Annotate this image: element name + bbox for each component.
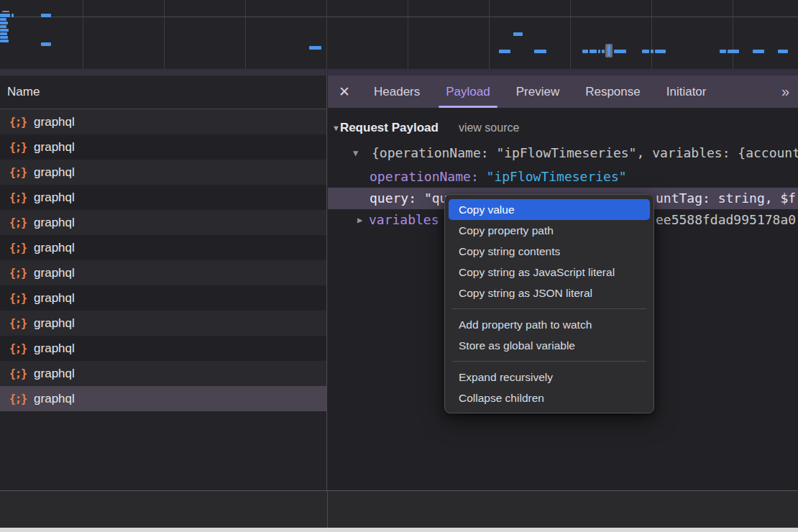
payload-operation-name-row[interactable]: operationName: "ipFlowTimeseries" [328, 166, 798, 188]
request-row-graphql[interactable]: {;}graphql [0, 285, 326, 311]
request-row-graphql[interactable]: {;}graphql [0, 311, 326, 336]
request-timing-bar [0, 14, 10, 17]
request-name-label: graphql [34, 316, 75, 331]
request-row-graphql[interactable]: {;}graphql [0, 361, 326, 386]
json-braces-icon: {;} [9, 367, 27, 380]
request-timing-bar [2, 11, 9, 12]
request-timing-bar [655, 50, 666, 53]
request-timing-bar [0, 32, 7, 35]
variables-preview-fragment: ee5588fdad995178a0 [656, 209, 796, 231]
menu-item-add-property-path-to-watch[interactable]: Add property path to watch [449, 314, 650, 335]
request-timing-bar [778, 50, 788, 53]
tab-payload[interactable]: Payload [433, 75, 503, 108]
property-value-right-fragment: untTag: string, $f [656, 188, 796, 209]
request-name-label: graphql [34, 115, 75, 129]
tab-preview[interactable]: Preview [503, 75, 572, 108]
overview-lane-divider [0, 17, 798, 17]
more-tabs-icon[interactable]: » [781, 83, 788, 100]
close-icon[interactable]: ✕ [328, 83, 361, 100]
section-title: Request Payload [340, 121, 439, 134]
request-list-panel: Name {;}graphql{;}graphql{;}graphql{;}gr… [0, 75, 327, 490]
request-timing-bar [0, 40, 9, 42]
request-timing-bar [41, 14, 51, 17]
overview-gridline [83, 0, 83, 69]
overview-gridline [570, 0, 571, 69]
request-name-label: graphql [34, 241, 75, 255]
request-timing-bar [598, 50, 600, 53]
tab-response[interactable]: Response [572, 75, 653, 108]
section-expanded-icon[interactable]: ▼ [332, 117, 340, 139]
request-row-graphql[interactable]: {;}graphql [0, 109, 326, 134]
json-braces-icon: {;} [9, 317, 27, 330]
overview-gridline [733, 0, 733, 69]
tab-headers[interactable]: Headers [361, 75, 433, 108]
request-timing-bar [499, 50, 510, 53]
menu-item-copy-string-contents[interactable]: Copy string contents [449, 241, 650, 262]
request-timing-bar [0, 36, 8, 39]
overview-hover-marker [605, 44, 613, 58]
request-timing-bar [728, 50, 739, 53]
request-timing-bar [0, 22, 8, 24]
property-value: "ipFlowTimeseries" [487, 169, 627, 184]
request-timing-bar [602, 50, 605, 53]
menu-divider [452, 361, 646, 362]
overview-gridline [164, 0, 165, 69]
menu-divider [452, 308, 646, 309]
overview-gridline [245, 0, 246, 69]
request-timing-bar [651, 50, 653, 53]
menu-item-copy-string-as-json-literal[interactable]: Copy string as JSON literal [449, 283, 650, 303]
property-key: variables [369, 209, 439, 231]
request-timing-bar [753, 50, 764, 53]
request-timing-bar [0, 25, 6, 28]
request-timing-bar [590, 50, 597, 53]
json-braces-icon: {;} [9, 292, 27, 305]
request-timing-bar [534, 50, 546, 53]
request-timing-bar [513, 32, 523, 36]
menu-item-expand-recursively[interactable]: Expand recursively [449, 367, 650, 387]
menu-item-copy-value[interactable]: Copy value [449, 199, 650, 220]
page-bottom-edge [0, 528, 798, 532]
request-payload-header[interactable]: ▼Request Payloadview source [328, 117, 798, 139]
json-braces-icon: {;} [9, 141, 27, 154]
network-overview-timeline[interactable] [0, 0, 798, 69]
request-timing-bar [0, 29, 9, 32]
request-row-graphql[interactable]: {;}graphql [0, 210, 326, 235]
request-row-graphql[interactable]: {;}graphql [0, 134, 326, 160]
details-tabs: HeadersPayloadPreviewResponseInitiator [361, 75, 719, 108]
payload-root-row[interactable]: ▼ {operationName: "ipFlowTimeseries", va… [328, 142, 798, 164]
json-braces-icon: {;} [9, 342, 27, 355]
name-column-header[interactable]: Name [0, 75, 326, 109]
request-timing-bar [309, 46, 321, 50]
property-key: operationName: [370, 169, 479, 184]
request-name-label: graphql [34, 341, 75, 356]
overview-gridline [408, 0, 408, 69]
request-name-label: graphql [34, 140, 75, 155]
json-braces-icon: {;} [9, 267, 27, 280]
overview-hover-marker-bar [607, 45, 610, 56]
property-key: query: [370, 191, 416, 206]
request-row-graphql[interactable]: {;}graphql [0, 185, 326, 210]
menu-item-copy-string-as-javascript-literal[interactable]: Copy string as JavaScript literal [449, 262, 650, 283]
devtools-network-panel: Name {;}graphql{;}graphql{;}graphql{;}gr… [0, 0, 798, 532]
json-braces-icon: {;} [9, 393, 27, 405]
request-row-graphql[interactable]: {;}graphql [0, 336, 326, 361]
menu-item-store-as-global-variable[interactable]: Store as global variable [449, 335, 650, 356]
request-row-graphql[interactable]: {;}graphql [0, 260, 326, 285]
view-source-link[interactable]: view source [459, 121, 519, 134]
request-name-label: graphql [34, 291, 75, 306]
variables-collapsed-icon[interactable]: ▶ [357, 209, 362, 231]
json-braces-icon: {;} [9, 242, 27, 254]
request-name-label: graphql [34, 367, 75, 381]
request-name-label: graphql [34, 392, 75, 406]
request-timing-bar [12, 14, 14, 17]
request-name-label: graphql [34, 191, 75, 205]
footer-column-divider [327, 491, 328, 528]
overview-gridline [489, 0, 490, 69]
menu-item-collapse-children[interactable]: Collapse children [449, 387, 650, 408]
menu-item-copy-property-path[interactable]: Copy property path [449, 220, 650, 241]
tab-initiator[interactable]: Initiator [653, 75, 720, 108]
request-row-graphql[interactable]: {;}graphql [0, 386, 326, 411]
request-row-graphql[interactable]: {;}graphql [0, 160, 326, 185]
request-row-graphql[interactable]: {;}graphql [0, 235, 326, 260]
root-expanded-icon[interactable]: ▼ [353, 142, 358, 164]
